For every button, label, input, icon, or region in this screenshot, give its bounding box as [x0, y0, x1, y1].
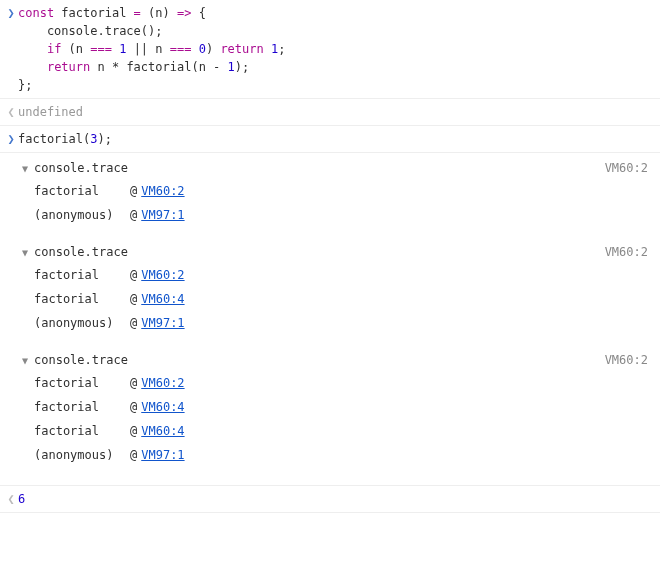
disclosure-triangle-icon[interactable]: ▼ — [22, 245, 34, 260]
input-marker-icon: ❯ — [4, 4, 18, 22]
console-input-code[interactable]: factorial(3); — [18, 130, 660, 148]
stack-frame: factorial@ VM60:4 — [18, 395, 660, 419]
disclosure-triangle-icon[interactable]: ▼ — [22, 353, 34, 368]
frame-at-symbol: @ — [130, 290, 137, 308]
frame-location-link[interactable]: VM97:1 — [141, 314, 184, 332]
frame-at-symbol: @ — [130, 206, 137, 224]
trace-source-link[interactable]: VM60:2 — [605, 159, 648, 177]
frame-location-link[interactable]: VM60:4 — [141, 398, 184, 416]
frame-at-symbol: @ — [130, 266, 137, 284]
trace-title: console.trace — [34, 351, 605, 369]
stack-frame: factorial@ VM60:4 — [18, 419, 660, 443]
console-result: 6 — [18, 492, 25, 506]
trace-title: console.trace — [34, 243, 605, 261]
stack-frame: (anonymous)@ VM97:1 — [18, 443, 660, 467]
frame-function-name: factorial — [34, 290, 126, 308]
console-input-code[interactable]: const factorial = (n) => { console.trace… — [18, 4, 660, 94]
frame-function-name: (anonymous) — [34, 206, 126, 224]
stack-frame: factorial@ VM60:4 — [18, 287, 660, 311]
stack-trace-group: ▼console.traceVM60:2factorial@ VM60:2(an… — [18, 157, 660, 227]
frame-at-symbol: @ — [130, 374, 137, 392]
trace-source-link[interactable]: VM60:2 — [605, 351, 648, 369]
frame-function-name: factorial — [34, 266, 126, 284]
trace-source-link[interactable]: VM60:2 — [605, 243, 648, 261]
stack-trace-group: ▼console.traceVM60:2factorial@ VM60:2fac… — [18, 241, 660, 335]
frame-function-name: factorial — [34, 182, 126, 200]
frame-location-link[interactable]: VM97:1 — [141, 206, 184, 224]
stack-frame: (anonymous)@ VM97:1 — [18, 203, 660, 227]
frame-function-name: factorial — [34, 374, 126, 392]
frame-at-symbol: @ — [130, 182, 137, 200]
stack-frame: factorial@ VM60:2 — [18, 179, 660, 203]
frame-at-symbol: @ — [130, 422, 137, 440]
stack-trace-group: ▼console.traceVM60:2factorial@ VM60:2fac… — [18, 349, 660, 467]
stack-frame: (anonymous)@ VM97:1 — [18, 311, 660, 335]
frame-at-symbol: @ — [130, 314, 137, 332]
stack-frame: factorial@ VM60:2 — [18, 263, 660, 287]
frame-location-link[interactable]: VM60:4 — [141, 422, 184, 440]
frame-location-link[interactable]: VM97:1 — [141, 446, 184, 464]
stack-frame: factorial@ VM60:2 — [18, 371, 660, 395]
frame-location-link[interactable]: VM60:2 — [141, 374, 184, 392]
frame-location-link[interactable]: VM60:4 — [141, 290, 184, 308]
frame-at-symbol: @ — [130, 446, 137, 464]
output-marker-icon: ❮ — [4, 103, 18, 121]
input-marker-icon: ❯ — [4, 130, 18, 148]
frame-location-link[interactable]: VM60:2 — [141, 182, 184, 200]
trace-title: console.trace — [34, 159, 605, 177]
frame-location-link[interactable]: VM60:2 — [141, 266, 184, 284]
frame-function-name: factorial — [34, 398, 126, 416]
frame-function-name: (anonymous) — [34, 446, 126, 464]
frame-at-symbol: @ — [130, 398, 137, 416]
frame-function-name: (anonymous) — [34, 314, 126, 332]
console-result: undefined — [18, 105, 83, 119]
frame-function-name: factorial — [34, 422, 126, 440]
output-marker-icon: ❮ — [4, 490, 18, 508]
disclosure-triangle-icon[interactable]: ▼ — [22, 161, 34, 176]
